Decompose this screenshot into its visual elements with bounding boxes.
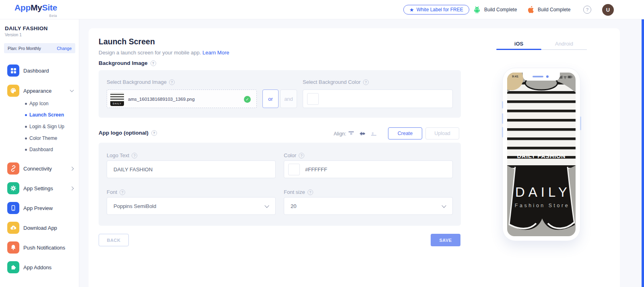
shorts-subtext: Fashion Store <box>515 203 570 208</box>
ios-build-badge[interactable]: Build Complete <box>527 0 570 19</box>
or-toggle-button[interactable]: or <box>262 89 279 108</box>
sidebar-item-label: Connectivity <box>23 166 52 172</box>
font-label-text: Font <box>107 189 117 195</box>
top-header: AppMySite Beta ★ White Label for FREE Bu… <box>0 0 644 19</box>
sidebar-item-appearance[interactable]: Appearance <box>0 84 79 98</box>
logo-part-my: My <box>31 3 42 12</box>
create-button[interactable]: Create <box>388 127 422 139</box>
font-label: Font <box>107 189 125 195</box>
plan-change-link[interactable]: Change <box>57 46 72 51</box>
font-select[interactable]: Poppins SemiBold <box>107 197 276 215</box>
thumbnail-caption: DAILY <box>110 102 124 106</box>
sidebar-item-push-notifications[interactable]: Push Notifications <box>0 241 79 254</box>
sidebar-subitem-login-signup[interactable]: Login & Sign Up <box>0 121 79 132</box>
logo-text-input[interactable] <box>114 161 256 178</box>
font-size-label-text: Font size <box>284 189 305 195</box>
font-size-select[interactable]: 20 <box>284 197 453 215</box>
sidebar-item-connectivity[interactable]: Connectivity <box>0 162 79 175</box>
bullet-icon <box>25 137 27 139</box>
palette-icon <box>7 85 19 97</box>
tab-android[interactable]: Android <box>541 38 587 49</box>
help-tooltip-icon[interactable] <box>132 153 137 158</box>
align-top-icon[interactable] <box>348 130 355 137</box>
sidebar-item-label: Push Notifications <box>23 245 65 251</box>
align-middle-icon[interactable] <box>359 130 366 137</box>
android-build-badge[interactable]: Build Complete <box>473 0 517 19</box>
cloud-download-icon <box>7 222 19 234</box>
bullet-icon <box>25 126 27 128</box>
help-tooltip-icon[interactable] <box>151 60 156 66</box>
sidebar-subitem-app-icon[interactable]: App Icon <box>0 98 79 109</box>
background-color-picker[interactable] <box>303 89 453 108</box>
sidebar-item-label: App Preview <box>23 205 53 211</box>
bullet-icon <box>25 149 27 151</box>
subitem-label: Dashboard <box>29 147 53 152</box>
phone-preview-frame: DAILY FASHION DAILY Fashion Store 9:41 <box>502 68 580 241</box>
font-size-label: Font size <box>284 189 313 195</box>
align-label: Align: <box>334 131 346 137</box>
sidebar-subitem-launch-screen[interactable]: Launch Screen <box>0 109 79 121</box>
background-color-swatch[interactable] <box>307 93 319 105</box>
appmysite-logo[interactable]: AppMySite Beta <box>14 3 57 20</box>
help-tooltip-icon[interactable] <box>151 130 157 136</box>
bullet-icon <box>25 114 27 116</box>
avatar[interactable]: U <box>602 4 614 16</box>
sidebar-item-app-settings[interactable]: App Settings <box>0 181 79 195</box>
launch-screen-artwork: DAILY FASHION DAILY Fashion Store <box>507 73 576 236</box>
logo-color-input[interactable] <box>305 161 431 178</box>
color-label-text: Color <box>284 152 296 158</box>
star-icon: ★ <box>409 7 414 12</box>
back-button[interactable]: BACK <box>99 234 129 246</box>
status-bar-time: 9:41 <box>512 75 518 78</box>
phone-mute-button <box>502 101 503 108</box>
subitem-label: Color Theme <box>29 135 57 141</box>
background-image-filename: ams_1601381689103_1369.png <box>128 90 195 108</box>
camera-icon <box>546 75 549 78</box>
sidebar-item-app-addons[interactable]: App Addons <box>0 260 79 274</box>
chevron-down-icon <box>442 203 446 208</box>
white-label-button[interactable]: ★ White Label for FREE <box>403 5 469 15</box>
background-image-upload-box[interactable]: DAILY ams_1601381689103_1369.png <box>107 89 257 108</box>
apple-icon <box>527 6 534 14</box>
bullet-icon <box>25 103 27 105</box>
help-tooltip-icon[interactable] <box>169 79 175 85</box>
logo-part-app: App <box>14 3 31 12</box>
logo-overlay-text: DAILY FASHION <box>517 153 566 159</box>
sidebar-app-name: DAILY FASHION <box>5 25 48 31</box>
logo-color-swatch[interactable] <box>288 164 300 175</box>
select-background-color-label: Select Background Color <box>303 79 369 85</box>
align-bottom-icon[interactable] <box>370 130 377 137</box>
help-icon[interactable] <box>583 6 591 14</box>
speaker-icon <box>533 76 543 77</box>
subitem-label: Launch Screen <box>29 112 64 118</box>
phone-notch <box>523 73 560 81</box>
sidebar-subitem-dashboard[interactable]: Dashboard <box>0 144 79 155</box>
font-select-value: Poppins SemiBold <box>114 198 156 214</box>
page-scrollbar[interactable] <box>642 0 644 287</box>
help-tooltip-icon[interactable] <box>120 189 125 195</box>
sidebar-item-app-preview[interactable]: App Preview <box>0 201 79 215</box>
learn-more-link[interactable]: Learn More <box>202 50 229 56</box>
logo-text-label-text: Logo Text <box>107 152 129 158</box>
sidebar-item-dashboard[interactable]: Dashboard <box>0 64 79 77</box>
sidebar-app-version: Version 1 <box>5 33 22 37</box>
and-toggle-button[interactable]: and <box>280 89 297 108</box>
help-tooltip-icon[interactable] <box>308 189 313 195</box>
subitem-label: Login & Sign Up <box>29 124 64 129</box>
chevron-down-icon <box>70 88 74 92</box>
upload-button[interactable]: Upload <box>425 127 459 139</box>
sidebar-item-label: Dashboard <box>23 68 49 74</box>
help-tooltip-icon[interactable] <box>299 153 304 158</box>
tab-ios[interactable]: iOS <box>496 38 541 49</box>
sidebar-item-download-app[interactable]: Download App <box>0 221 79 235</box>
logo-beta-tag: Beta <box>14 11 57 20</box>
save-button[interactable]: SAVE <box>431 234 460 246</box>
phone-icon <box>7 202 19 214</box>
sidebar-subitem-color-theme[interactable]: Color Theme <box>0 133 79 144</box>
help-tooltip-icon[interactable] <box>363 79 369 85</box>
logo-text-label: Logo Text <box>107 152 137 158</box>
chevron-right-icon <box>70 187 74 191</box>
select-background-image-text: Select Background Image <box>107 79 167 85</box>
sidebar-item-label: Download App <box>23 225 57 231</box>
shorts-brand-text: DAILY <box>515 185 571 200</box>
